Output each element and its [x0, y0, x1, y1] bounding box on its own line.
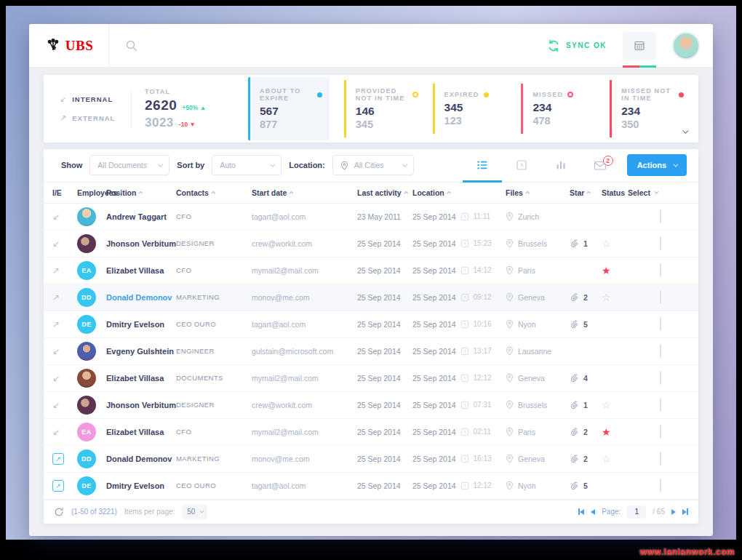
employee-contact[interactable]: gulstain@microsoft.com: [252, 347, 357, 356]
row-checkbox[interactable]: [660, 425, 661, 439]
external-link-icon[interactable]: ↗: [52, 480, 64, 492]
files[interactable]: 2: [570, 427, 602, 436]
star-toggle[interactable]: ☆: [602, 399, 628, 411]
table-row[interactable]: ↙ EA Elizabet Villasa CFO mymail2@mail.c…: [44, 419, 698, 446]
list-view-tab[interactable]: [463, 149, 502, 182]
employee-name[interactable]: Jhonson Verbitum: [106, 401, 176, 409]
calendar-button[interactable]: [623, 32, 656, 60]
stat-card-missed[interactable]: MISSED 234 478: [521, 84, 595, 134]
column-header[interactable]: Status: [602, 188, 628, 197]
row-checkbox[interactable]: [660, 344, 661, 358]
employee-contact[interactable]: mymail2@mail.com: [252, 266, 357, 275]
external-link-icon[interactable]: ↗: [52, 453, 64, 465]
employee-contact[interactable]: mymail2@mail.com: [252, 428, 357, 436]
star-toggle[interactable]: ☆: [602, 238, 628, 249]
row-checkbox[interactable]: [660, 263, 661, 277]
page-input[interactable]: 1: [627, 505, 646, 519]
employee-name[interactable]: Donald Demonov: [106, 293, 176, 302]
row-checkbox[interactable]: [660, 290, 661, 304]
row-checkbox[interactable]: [660, 209, 661, 223]
sort-dropdown[interactable]: Auto: [212, 155, 282, 175]
first-page-button[interactable]: [578, 508, 584, 515]
sync-status[interactable]: SYNC OK: [547, 39, 607, 52]
refresh-icon[interactable]: [54, 507, 64, 517]
table-row[interactable]: ↗ EA Elizabet Villasa CFO mymail2@mail.c…: [44, 257, 698, 284]
last-activity: 25 Sep 2014 02:11: [412, 428, 506, 436]
employee-contact[interactable]: crew@workit.com: [252, 239, 357, 248]
table-row[interactable]: ↙ Evgeny Gulshtein ENGINEER gulstain@mic…: [44, 338, 698, 365]
user-avatar[interactable]: [672, 32, 700, 60]
employee-name[interactable]: Evgeny Gulshtein: [106, 347, 176, 356]
documents-dropdown[interactable]: All Documents: [89, 155, 169, 175]
row-checkbox[interactable]: [660, 452, 661, 465]
previous-page-button[interactable]: [591, 509, 595, 515]
star-toggle[interactable]: ★: [602, 265, 628, 276]
star-toggle[interactable]: ★: [602, 426, 628, 438]
employee-contact[interactable]: crew@workit.com: [252, 401, 357, 409]
search-button[interactable]: [125, 39, 138, 52]
employee-contact[interactable]: monov@me.com: [252, 293, 357, 302]
table-row[interactable]: ↗ DD Donald Demonov MARKETING monov@me.c…: [44, 284, 698, 311]
actions-button[interactable]: Actions: [627, 154, 687, 176]
table-row[interactable]: ↙ Elizabet Villasa DOCUMENTS mymail2@mai…: [44, 365, 698, 392]
stat-card-about-to-expire[interactable]: ABOUT TO EXPIRE 567 877: [248, 77, 330, 140]
table-row[interactable]: ↗ DE Dmitry Evelson CEO OURO tagart@aol.…: [44, 473, 698, 500]
column-header[interactable]: Star: [570, 188, 602, 197]
external-filter[interactable]: ↗ EXTERNAL: [60, 113, 127, 123]
files[interactable]: 1: [570, 239, 602, 248]
files[interactable]: 4: [570, 373, 602, 383]
table-row[interactable]: ↙ Jhonson Verbitum DESIGNER crew@workit.…: [44, 231, 698, 257]
calendar-view-tab[interactable]: [502, 149, 541, 182]
employee-name[interactable]: Dmitry Evelson: [106, 481, 176, 490]
column-header[interactable]: Contacts: [176, 188, 252, 197]
employee-contact[interactable]: tagart@aol.com: [252, 212, 357, 221]
employee-name[interactable]: Elizabet Villasa: [106, 374, 176, 383]
chart-view-tab[interactable]: [541, 149, 581, 182]
brand-logo[interactable]: UBS: [29, 24, 109, 67]
employee-contact[interactable]: mymail2@mail.com: [252, 374, 357, 383]
employee-contact[interactable]: monov@me.com: [252, 455, 357, 463]
row-checkbox[interactable]: [660, 371, 661, 385]
employee-name[interactable]: Elizabet Villasa: [106, 266, 176, 275]
column-header[interactable]: I/E: [52, 188, 77, 197]
employee-name[interactable]: Dmitry Evelson: [106, 320, 176, 329]
table-row[interactable]: ↗ DE Dmitry Evelson CEO OURO tagart@aol.…: [44, 311, 698, 338]
next-page-button[interactable]: [671, 509, 676, 515]
column-header[interactable]: Employees: [77, 188, 106, 197]
row-checkbox[interactable]: [660, 479, 661, 492]
stat-card-provided-not-in-time[interactable]: PROVIDED NOT IN TIME 146 345: [344, 80, 418, 137]
table-row[interactable]: ↙ Andrew Taggart CFO tagart@aol.com 23 M…: [44, 204, 698, 231]
column-header[interactable]: Start date: [252, 188, 357, 197]
star-toggle[interactable]: ☆: [602, 292, 628, 303]
stat-card-missed-not-in-time[interactable]: MISSED NOT IN TIME 234 350: [610, 80, 684, 137]
stat-card-expired[interactable]: EXPIRED 345 123: [433, 84, 507, 134]
mail-tab[interactable]: 2: [581, 149, 620, 182]
employee-contact[interactable]: tagart@aol.com: [252, 320, 357, 329]
employee-name[interactable]: Elizabet Villasa: [106, 428, 176, 436]
items-per-page-select[interactable]: 50: [182, 505, 207, 519]
table-row[interactable]: ↗ DD Donald Demonov MARKETING monov@me.c…: [44, 446, 698, 473]
stats-expand-chevron[interactable]: [682, 124, 687, 137]
star-toggle[interactable]: ☆: [602, 453, 628, 465]
column-header[interactable]: Last activity: [357, 188, 412, 197]
row-checkbox[interactable]: [660, 317, 661, 331]
location-dropdown[interactable]: All Cities: [332, 155, 414, 175]
last-page-button[interactable]: [682, 508, 688, 515]
employee-contact[interactable]: tagart@aol.com: [252, 481, 357, 490]
column-header[interactable]: Position: [106, 188, 176, 197]
files[interactable]: 5: [570, 481, 602, 490]
row-checkbox[interactable]: [660, 236, 661, 250]
column-header[interactable]: Location: [412, 188, 506, 197]
files[interactable]: 5: [570, 319, 602, 329]
employee-name[interactable]: Jhonson Verbitum: [106, 239, 176, 248]
files[interactable]: 1: [570, 400, 602, 409]
employee-name[interactable]: Andrew Taggart: [106, 212, 176, 221]
internal-filter[interactable]: ↙ INTERNAL: [60, 95, 127, 104]
employee-name[interactable]: Donald Demonov: [106, 455, 176, 463]
row-checkbox[interactable]: [660, 398, 661, 412]
column-header[interactable]: Select: [628, 188, 660, 197]
column-header[interactable]: Files: [506, 188, 570, 197]
files[interactable]: 2: [570, 454, 602, 463]
files[interactable]: 2: [570, 292, 602, 302]
table-row[interactable]: ↙ Jhonson Verbitum DESIGNER crew@workit.…: [44, 392, 698, 419]
